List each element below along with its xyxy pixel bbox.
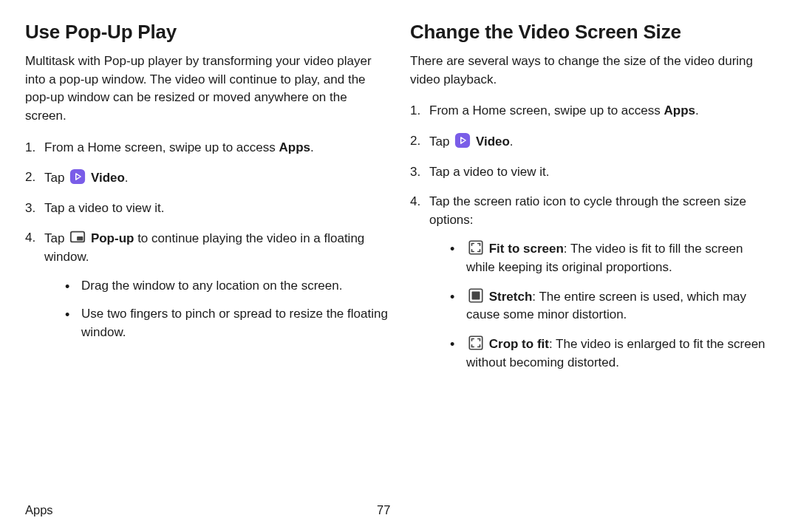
- step-text: .: [695, 103, 699, 117]
- svg-rect-0: [70, 169, 85, 184]
- video-app-icon: [69, 168, 86, 185]
- footer-section: Apps: [25, 503, 377, 517]
- step-4: Tap the screen ratio icon to cycle throu…: [410, 193, 773, 372]
- step-text: From a Home screen, swipe up to access: [44, 140, 279, 154]
- video-label: Video: [91, 171, 125, 185]
- popup-icon: [69, 229, 86, 245]
- footer-spacer: [421, 503, 773, 517]
- steps-screen-size: From a Home screen, swipe up to access A…: [410, 102, 773, 372]
- apps-label: Apps: [279, 140, 310, 154]
- sub-bullet: Drag the window to any location on the s…: [65, 277, 388, 296]
- heading-screen-size: Change the Video Screen Size: [410, 21, 773, 44]
- option-crop: Crop to fit: The video is enlarged to fi…: [450, 335, 773, 372]
- sub-bullets: Drag the window to any location on the s…: [44, 277, 388, 342]
- stretch-icon: [468, 287, 484, 304]
- step-text: Tap: [429, 134, 453, 149]
- svg-rect-3: [455, 133, 470, 148]
- step-text: .: [310, 140, 314, 154]
- content-columns: Use Pop-Up Play Multitask with Pop-up pl…: [25, 21, 773, 497]
- screen-size-options: Fit to screen: The video is fit to fill …: [429, 239, 773, 372]
- step-1: From a Home screen, swipe up to access A…: [410, 102, 773, 120]
- step-text: Tap the screen ratio icon to cycle throu…: [429, 194, 746, 227]
- step-text: Tap: [44, 231, 68, 245]
- intro-popup-play: Multitask with Pop-up player by transfor…: [25, 52, 388, 126]
- svg-rect-2: [77, 237, 83, 242]
- crop-to-fit-icon: [468, 335, 484, 351]
- step-2: Tap Video.: [410, 132, 773, 151]
- sub-bullet: Use two fingers to pinch or spread to re…: [65, 305, 388, 341]
- svg-rect-6: [472, 291, 480, 299]
- heading-popup-play: Use Pop-Up Play: [25, 21, 388, 44]
- left-column: Use Pop-Up Play Multitask with Pop-up pl…: [25, 21, 388, 497]
- page-footer: Apps 77: [25, 497, 773, 517]
- right-column: Change the Video Screen Size There are s…: [410, 21, 773, 497]
- fit-to-screen-icon: [468, 239, 484, 256]
- option-fit: Fit to screen: The video is fit to fill …: [450, 239, 773, 276]
- step-3: Tap a video to view it.: [410, 163, 773, 182]
- step-3: Tap a video to view it.: [25, 200, 388, 218]
- fit-label: Fit to screen: [489, 242, 564, 256]
- option-stretch: Stretch: The entire screen is used, whic…: [450, 287, 773, 324]
- popup-label: Pop-up: [91, 231, 134, 245]
- intro-screen-size: There are several ways to change the siz…: [410, 52, 773, 89]
- apps-label: Apps: [664, 103, 695, 117]
- video-app-icon: [454, 132, 471, 149]
- video-label: Video: [476, 134, 510, 149]
- step-text: Tap: [44, 171, 68, 185]
- step-2: Tap Video.: [25, 168, 388, 188]
- steps-popup-play: From a Home screen, swipe up to access A…: [25, 139, 388, 342]
- step-text: From a Home screen, swipe up to access: [429, 103, 664, 117]
- step-1: From a Home screen, swipe up to access A…: [25, 139, 388, 157]
- step-text: .: [125, 171, 129, 185]
- step-4: Tap Pop-up to continue playing the video…: [25, 229, 388, 341]
- crop-label: Crop to fit: [489, 337, 549, 351]
- footer-page-number: 77: [377, 503, 421, 517]
- step-text: .: [510, 134, 514, 149]
- stretch-label: Stretch: [489, 290, 533, 304]
